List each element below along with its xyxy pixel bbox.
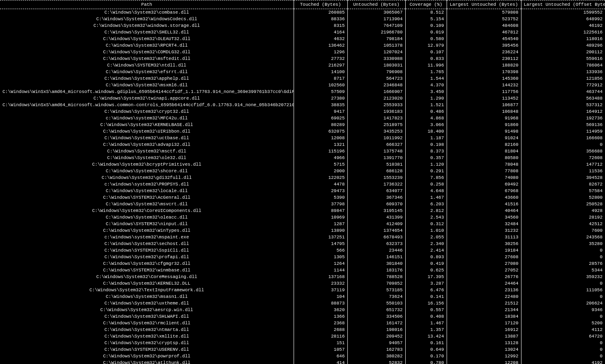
- cell-untouched: 2518975: [347, 121, 405, 128]
- table-row: C:\Windows\System32\TextInputFramework.d…: [0, 287, 605, 293]
- cell-largest-untouched: 22480: [447, 293, 521, 300]
- cell-coverage: 8.373: [405, 148, 447, 155]
- cell-largest-offset: 72608: [521, 155, 605, 161]
- cell-untouched: 686128: [347, 168, 405, 174]
- cell-touched: 10969: [294, 214, 347, 221]
- cell-largest-untouched: 24464: [447, 280, 521, 287]
- cell-path: C:\Windows\System32\SHLWAPI.dll: [0, 313, 294, 320]
- cell-coverage: 0.557: [405, 307, 447, 313]
- cell-untouched: 1375748: [347, 148, 405, 155]
- cell-largest-untouched: 26776: [447, 274, 521, 280]
- cell-largest-untouched: 395456: [447, 42, 521, 49]
- cell-largest-untouched: 236224: [447, 49, 521, 55]
- cell-coverage: 0.312: [405, 221, 447, 227]
- cell-path: C:\Windows\System32\UIRibbon.dll: [0, 128, 294, 135]
- cell-coverage: 16.156: [405, 300, 447, 307]
- table-row: C:\Windows\System32\xmllite.dll281162094…: [0, 333, 605, 340]
- cell-untouched: 412409: [347, 221, 405, 227]
- cell-path: C:\Windows\System32\OLEAUT32.dll: [0, 36, 294, 42]
- table-row: C:\Windows\System32\msvcrt.dll3779860937…: [0, 201, 605, 207]
- cell-coverage: 0.649: [405, 346, 447, 353]
- cell-touched: 2000: [294, 168, 347, 174]
- cell-largest-offset: 35280: [521, 240, 605, 247]
- cell-largest-untouched: 113452: [447, 95, 521, 102]
- cell-largest-offset: 46192: [521, 22, 605, 29]
- cell-touched: 1264: [294, 260, 347, 267]
- table-row: C:\Windows\System32\KERNELBASE.dll802892…: [0, 121, 605, 128]
- cell-touched: 38835: [294, 102, 347, 108]
- cell-largest-untouched: 67968: [447, 188, 521, 194]
- table-row: C:\Windows\System32\cryptsp.dll151940570…: [0, 340, 605, 346]
- cell-largest-offset: 192736: [521, 115, 605, 121]
- cell-path: C:\Windows\System32\efsrrt.dll: [0, 69, 294, 75]
- cell-coverage: 0.170: [405, 353, 447, 359]
- cell-touched: 1057: [294, 346, 347, 353]
- cell-coverage: 0.107: [405, 49, 447, 55]
- cell-largest-untouched: 454540: [447, 36, 521, 42]
- cell-untouched: 564723: [347, 75, 405, 82]
- cell-path: C:\Windows\System32\CoreUIComponents.dll: [0, 207, 294, 214]
- cell-coverage: 0.109: [405, 22, 447, 29]
- cell-coverage: 5.154: [405, 16, 447, 22]
- table-row: C:\Windows\System32\WindowsCodecs.dll883…: [0, 16, 605, 22]
- cell-untouched: 651732: [347, 307, 405, 313]
- cell-touched: 13890: [294, 227, 347, 234]
- cell-largest-untouched: 13128: [447, 340, 521, 346]
- cell-untouched: 146151: [347, 254, 405, 260]
- cell-touched: 4478: [294, 181, 347, 188]
- table-row: c:\Windows\system32\MFC42u.dll6902514178…: [0, 115, 605, 121]
- cell-coverage: 1.521: [405, 102, 447, 108]
- cell-path: C:\Windows\System32\KERNEL32.DLL: [0, 280, 294, 287]
- table-row: C:\Windows\System32\RPCRT4.dll1364621051…: [0, 42, 605, 49]
- cell-touched: 1366: [294, 313, 347, 320]
- cell-largest-offset: 42512: [521, 221, 605, 227]
- cell-path: C:\Windows\System32\msftedit.dll: [0, 55, 294, 62]
- cell-path: C:\Windows\System32\sechost.dll: [0, 240, 294, 247]
- cell-largest-offset: 463744: [521, 88, 605, 95]
- cell-path: C:\Windows\WinSxS\amd64_microsoft.window…: [0, 88, 294, 95]
- header-largest-offset: Largest Untouched (Offset Bytes): [521, 0, 605, 9]
- table-row: C:\Windows\System32\OLEAUT32.dll46327981…: [0, 36, 605, 42]
- cell-largest-untouched: 80580: [447, 155, 521, 161]
- cell-untouched: 1207024: [347, 49, 405, 55]
- cell-untouched: 2553933: [347, 102, 405, 108]
- cell-untouched: 1553239: [347, 174, 405, 181]
- cell-untouched: 609370: [347, 201, 405, 207]
- cell-coverage: 1.010: [405, 227, 447, 234]
- cell-path: c:\windows\system32\mspaint.exe: [0, 234, 294, 240]
- cell-untouched: 634077: [347, 188, 405, 194]
- table-row: C:\Windows\SYSTEM32\winmbase.dll11441831…: [0, 267, 605, 274]
- cell-untouched: 1736322: [347, 181, 405, 188]
- cell-untouched: 3195145: [347, 207, 405, 214]
- table-row: C:\Windows\System32\cfgmgr32.dll12643018…: [0, 260, 605, 267]
- table-row: C:\Windows\System32\atlthunk.dll41452832…: [0, 359, 605, 364]
- cell-largest-offset: 1225616: [521, 29, 605, 36]
- cell-touched: 1144: [294, 267, 347, 274]
- cell-largest-untouched: 579808: [447, 9, 521, 16]
- cell-untouched: 380282: [347, 353, 405, 359]
- cell-touched: 414: [294, 359, 347, 364]
- cell-path: C:\Windows\System32\profapi.dll: [0, 254, 294, 260]
- table-row: C:\Windows\System32\locale.dll2947363407…: [0, 188, 605, 194]
- table-row: C:\Windows\System32\sechost.dll147956323…: [0, 240, 605, 247]
- cell-largest-offset: 28576: [521, 260, 605, 267]
- cell-coverage: 0.357: [405, 155, 447, 161]
- cell-path: C:\Windows\System32\windows.storage.dll: [0, 22, 294, 29]
- cell-untouched: 6678493: [347, 234, 405, 240]
- cell-coverage: 6.203: [405, 201, 447, 207]
- table-row: C:\Windows\System32\shcore.dll2000686128…: [0, 168, 605, 174]
- cell-largest-offset: 394528: [521, 174, 605, 181]
- cell-coverage: 8.512: [405, 9, 447, 16]
- cell-largest-offset: 9346: [521, 307, 605, 313]
- header-path: Path: [0, 0, 294, 9]
- cell-largest-offset: 11536: [521, 168, 605, 174]
- cell-coverage: 3.287: [405, 280, 447, 287]
- cell-path: C:\Windows\System32\apphelp.dll: [0, 75, 294, 82]
- cell-largest-untouched: 78048: [447, 161, 521, 168]
- table-row: C:\Windows\System32\msxml6.dll1025602346…: [0, 82, 605, 88]
- cell-path: C:\Windows\System32\TextInputFramework.d…: [0, 287, 294, 293]
- cell-touched: 12008: [294, 135, 347, 141]
- cell-largest-untouched: 74080: [447, 174, 521, 181]
- cell-largest-offset: 7600: [521, 227, 605, 234]
- cell-largest-offset: 559616: [521, 55, 605, 62]
